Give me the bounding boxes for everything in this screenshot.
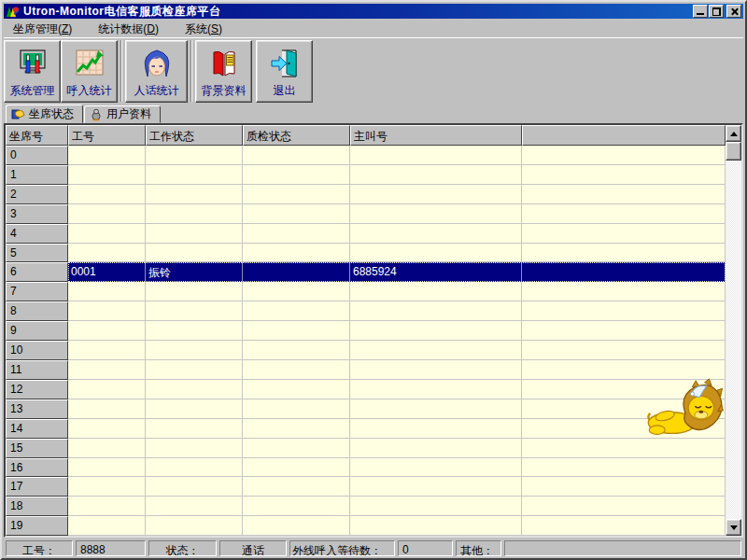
table-row[interactable]: 2	[6, 185, 726, 204]
cell-caller-number[interactable]	[350, 458, 522, 478]
cell-worker-id[interactable]	[68, 497, 146, 516]
cell-caller-number[interactable]	[350, 516, 522, 536]
cell-qc-status[interactable]	[243, 185, 350, 204]
cell-qc-status[interactable]	[243, 399, 350, 419]
cell-worker-id[interactable]	[68, 224, 146, 244]
row-header-seat-number[interactable]: 12	[6, 380, 68, 399]
row-header-seat-number[interactable]: 13	[6, 399, 68, 419]
cell-qc-status[interactable]	[243, 341, 350, 360]
cell-caller-number[interactable]	[350, 477, 522, 497]
row-header-seat-number[interactable]: 14	[6, 419, 68, 439]
cell-caller-number[interactable]	[350, 204, 522, 224]
cell-worker-id[interactable]	[68, 185, 146, 204]
row-data[interactable]	[68, 341, 726, 360]
cell-caller-number[interactable]	[350, 282, 522, 301]
row-data[interactable]: 0001 振铃 6885924	[68, 262, 726, 282]
cell-qc-status[interactable]	[243, 360, 350, 380]
column-header-qc-status[interactable]: 质检状态	[243, 125, 350, 146]
cell-worker-id[interactable]	[68, 399, 146, 419]
cell-worker-id[interactable]	[68, 477, 146, 497]
cell-caller-number[interactable]	[350, 439, 522, 458]
table-row[interactable]: 19	[6, 516, 726, 536]
row-header-seat-number[interactable]: 18	[6, 497, 68, 516]
row-header-seat-number[interactable]: 9	[6, 321, 68, 341]
table-row[interactable]: 18	[6, 497, 726, 516]
system-manage-button[interactable]: 系统管理	[4, 40, 61, 103]
cell-worker-id[interactable]	[68, 301, 146, 321]
scroll-up-button[interactable]	[726, 125, 741, 142]
cell-qc-status[interactable]	[243, 439, 350, 458]
table-row[interactable]: 9	[6, 321, 726, 341]
tab-user-info[interactable]: 用户资料	[84, 105, 161, 123]
close-button[interactable]	[726, 5, 741, 18]
cell-work-status[interactable]	[146, 419, 243, 439]
cell-qc-status[interactable]	[243, 262, 350, 282]
background-info-button[interactable]: 背景资料	[195, 40, 252, 103]
minimize-button[interactable]	[693, 5, 708, 18]
row-data[interactable]	[68, 224, 726, 244]
row-data[interactable]	[68, 282, 726, 301]
cell-caller-number[interactable]	[350, 146, 522, 165]
row-data[interactable]	[68, 439, 726, 458]
cell-work-status[interactable]	[146, 399, 243, 419]
cell-worker-id[interactable]	[68, 360, 146, 380]
cell-work-status[interactable]	[146, 321, 243, 341]
cell-caller-number[interactable]	[350, 360, 522, 380]
cell-worker-id[interactable]	[68, 458, 146, 478]
row-header-seat-number[interactable]: 5	[6, 244, 68, 263]
cell-worker-id[interactable]	[68, 516, 146, 536]
row-header-seat-number[interactable]: 0	[6, 146, 68, 165]
row-header-seat-number[interactable]: 4	[6, 224, 68, 244]
cell-worker-id[interactable]: 0001	[68, 262, 146, 282]
row-data[interactable]	[68, 165, 726, 185]
cell-qc-status[interactable]	[243, 244, 350, 263]
table-row[interactable]: 17	[6, 477, 726, 497]
table-row[interactable]: 8	[6, 301, 726, 321]
row-header-seat-number[interactable]: 19	[6, 516, 68, 536]
cell-worker-id[interactable]	[68, 321, 146, 341]
cell-worker-id[interactable]	[68, 341, 146, 360]
cell-work-status[interactable]	[146, 282, 243, 301]
table-row[interactable]: 5	[6, 244, 726, 263]
scroll-down-button[interactable]	[726, 519, 741, 536]
cell-work-status[interactable]	[146, 204, 243, 224]
cell-qc-status[interactable]	[243, 301, 350, 321]
table-row[interactable]: 13	[6, 399, 726, 419]
row-data[interactable]	[68, 146, 726, 165]
row-header-seat-number[interactable]: 6	[6, 262, 68, 282]
row-header-seat-number[interactable]: 15	[6, 439, 68, 458]
cell-work-status[interactable]	[146, 380, 243, 399]
cell-qc-status[interactable]	[243, 146, 350, 165]
menu-item-statistics[interactable]: 统计数据(D)	[92, 20, 164, 39]
cell-qc-status[interactable]	[243, 321, 350, 341]
restore-button[interactable]	[709, 5, 724, 18]
row-data[interactable]	[68, 321, 726, 341]
cell-work-status[interactable]	[146, 341, 243, 360]
row-data[interactable]	[68, 497, 726, 516]
cell-qc-status[interactable]	[243, 165, 350, 185]
cell-caller-number[interactable]	[350, 497, 522, 516]
menu-item-system[interactable]: 系统(S)	[179, 20, 228, 39]
row-data[interactable]	[68, 399, 726, 419]
column-header-worker-id[interactable]: 工号	[68, 125, 146, 146]
row-data[interactable]	[68, 516, 726, 536]
column-header-work-status[interactable]: 工作状态	[146, 125, 243, 146]
cell-worker-id[interactable]	[68, 204, 146, 224]
row-data[interactable]	[68, 301, 726, 321]
cell-caller-number[interactable]: 6885924	[350, 262, 522, 282]
cell-work-status[interactable]	[146, 165, 243, 185]
row-header-seat-number[interactable]: 16	[6, 458, 68, 478]
cell-work-status[interactable]	[146, 224, 243, 244]
agent-talk-stats-button[interactable]: 人话统计	[125, 40, 188, 103]
table-row[interactable]: 12	[6, 380, 726, 399]
incoming-stats-button[interactable]: 呼入统计	[61, 40, 118, 103]
cell-caller-number[interactable]	[350, 165, 522, 185]
exit-button[interactable]: 退出	[256, 40, 313, 103]
column-header-seat[interactable]: 坐席号	[6, 125, 68, 146]
menu-item-seat-management[interactable]: 坐席管理(Z)	[7, 20, 78, 39]
cell-worker-id[interactable]	[68, 419, 146, 439]
table-row[interactable]: 11	[6, 360, 726, 380]
tab-seat-status[interactable]: 坐席状态	[6, 105, 83, 123]
cell-caller-number[interactable]	[350, 380, 522, 399]
scrollbar-thumb[interactable]	[726, 142, 741, 161]
